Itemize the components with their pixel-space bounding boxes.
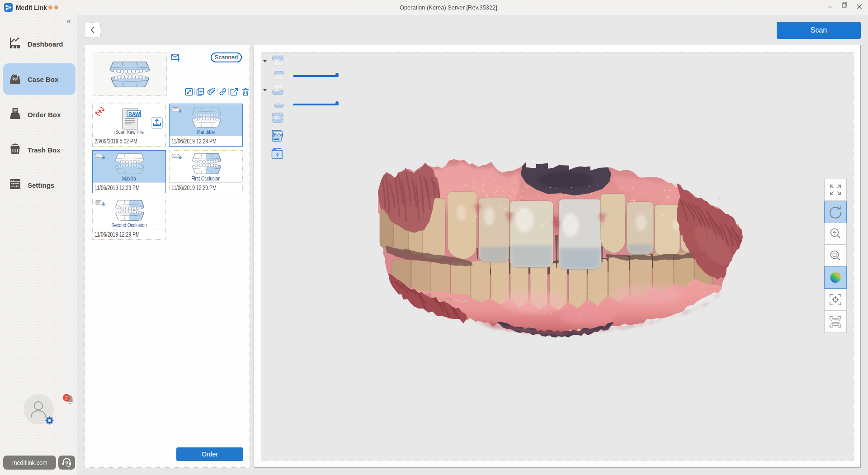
svg-text:?: ? xyxy=(177,57,180,62)
svg-text:?: ? xyxy=(276,152,279,158)
svg-text:?: ? xyxy=(65,460,69,467)
svg-text:RAW: RAW xyxy=(274,133,283,137)
svg-text:RAW: RAW xyxy=(128,111,140,117)
